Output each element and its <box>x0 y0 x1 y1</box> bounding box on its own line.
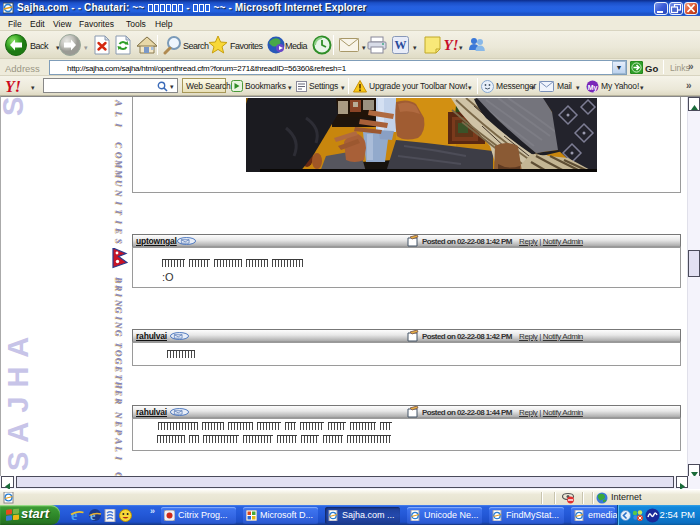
svg-text:Y!: Y! <box>444 37 459 53</box>
svg-text:e: e <box>71 508 77 522</box>
svg-text:Y!: Y! <box>5 79 21 94</box>
svg-text:My: My <box>588 84 598 92</box>
svg-text:W: W <box>395 38 407 52</box>
